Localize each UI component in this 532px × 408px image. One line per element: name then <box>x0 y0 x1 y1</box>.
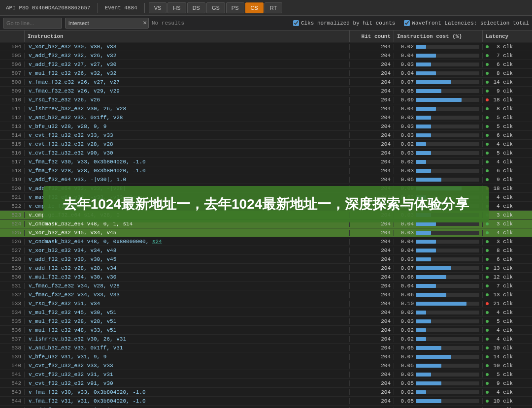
table-row[interactable]: 526v_cndmask_b32_e64 v48, 0, 0x80000000,… <box>0 237 532 246</box>
tab-vs[interactable]: VS <box>149 2 167 13</box>
table-row[interactable]: 545v_add_f32_e64 v33, -|v30|, 1.02040.05… <box>0 406 532 408</box>
row-cost-value: 0.05 <box>397 345 414 351</box>
table-row[interactable]: 521v_max_f32_e64 v34, -v33, -v33 clamp20… <box>0 193 532 202</box>
table-row[interactable]: 532v_fmac_f32_e32 v34, v33, v332040.0613… <box>0 290 532 299</box>
tab-hs[interactable]: HS <box>167 2 186 13</box>
table-row[interactable]: 504v_xor_b32_e32 v30, v30, v332040.023 c… <box>0 42 532 51</box>
table-row[interactable]: 531v_fmac_f32_e32 v34, v28, v282040.047 … <box>0 282 532 290</box>
table-row[interactable]: 519v_add_f32_e64 v33, -|v30|, 1.02040.05… <box>0 175 532 184</box>
table-row[interactable]: 522v_cmp_le_f32_e32 vcc lo, 0, v302040.0… <box>0 202 532 211</box>
table-row[interactable]: 529v_add_f32_e32 v28, v28, v342040.0713 … <box>0 264 532 273</box>
table-row[interactable]: 505v_add_f32_e32 v32, v26, v322040.047 c… <box>0 51 532 60</box>
row-cost-value: 0.06 <box>397 274 414 280</box>
latency-dot-icon <box>486 54 489 57</box>
row-cost-value: 0.04 <box>397 53 414 59</box>
row-cost-value: 0.02 <box>397 336 414 342</box>
cost-bar-wrap <box>416 45 479 49</box>
table-row[interactable]: 511v_lshrrev_b32_e32 v30, 26, v282040.04… <box>0 104 532 113</box>
table-row[interactable]: 524v_cndmask_b32_e64 v48, 0, 1, s142040.… <box>0 220 532 228</box>
table-row[interactable]: 542v_cvt_f32_u32_e32 v91, v302040.059 cl… <box>0 379 532 388</box>
goto-input[interactable] <box>3 18 62 29</box>
table-row[interactable]: 510v_rsq_f32_e32 v26, v262040.0918 clk <box>0 95 532 104</box>
table-row[interactable]: 537v_lshrrev_b32_e32 v30, 26, v312040.02… <box>0 335 532 344</box>
cost-bar <box>416 169 431 173</box>
latency-value: 4 clk <box>491 230 513 236</box>
table-row[interactable]: 539v_bfe_u32 v31, v31, 9, 92040.0714 clk <box>0 352 532 361</box>
table-row[interactable]: 527v_xor_b32_e32 v34, v34, v482040.048 c… <box>0 246 532 255</box>
latency-dot-icon <box>486 400 489 403</box>
table-row[interactable]: 513v_bfe_u32 v28, v28, 9, 92040.035 clk <box>0 122 532 131</box>
row-hit-count: 204 <box>350 301 394 307</box>
clks-normalized-checkbox[interactable] <box>293 20 299 26</box>
tab-rt[interactable]: RT <box>265 2 282 13</box>
table-row[interactable]: 528v_add_f32_e32 v30, v30, v452040.036 c… <box>0 255 532 264</box>
row-instruction-link[interactable]: s24 <box>152 239 162 245</box>
row-hit-count: 204 <box>350 363 394 369</box>
cost-bar-wrap <box>416 373 479 377</box>
searchbar: ✕ No results Clks normalized by hit coun… <box>0 16 532 31</box>
row-line-number: 530 <box>0 274 25 280</box>
table-row[interactable]: 520v_add_f32_e64 v33, v33, -|v28|2040.09… <box>0 184 532 193</box>
table-row[interactable]: 518v_fma_f32 v28, v28, 0x3b804020, -1.02… <box>0 166 532 175</box>
row-instruction-cost: 0.03 <box>394 132 483 138</box>
wavefront-checkbox[interactable] <box>404 20 410 26</box>
table-row[interactable]: 530v_mul_f32_e32 v34, v30, v302040.0612 … <box>0 273 532 282</box>
wavefront-checkbox-label[interactable]: Wavefront Latencies: selection total <box>404 20 529 26</box>
latency-dot-icon <box>486 267 489 270</box>
table-row[interactable]: 525v_xor_b32_e32 v45, v34, v452040.034 c… <box>0 228 532 237</box>
row-cost-value: 0.05 <box>397 398 414 404</box>
cost-bar <box>416 364 441 368</box>
table-row[interactable]: 512v_and_b32_e32 v33, 0x1ff, v282040.035… <box>0 113 532 122</box>
latency-value: 6 clk <box>491 256 513 262</box>
cost-bar <box>416 337 426 341</box>
latency-dot-icon <box>486 355 489 358</box>
table-row[interactable]: 533v_rsq_f32_e32 v51, v342040.1021 clk <box>0 299 532 308</box>
table-row[interactable]: 541v_cvt_f32_u32_e32 v31, v312040.035 cl… <box>0 370 532 379</box>
row-cost-value: 0.05 <box>397 380 414 386</box>
separator-2 <box>144 3 145 13</box>
col-header-latency: Latency <box>483 31 532 42</box>
table-row[interactable]: 506v_add_f32_e32 v27, v27, v302040.036 c… <box>0 60 532 69</box>
tab-ds[interactable]: DS <box>187 2 205 13</box>
clks-normalized-checkbox-label[interactable]: Clks normalized by hit counts <box>293 20 395 26</box>
cost-bar <box>416 222 436 226</box>
latency-dot-icon <box>486 196 489 199</box>
table-row[interactable]: 543v_fma_f32 v30, v33, 0x3b804020, -1.02… <box>0 388 532 397</box>
table-row[interactable]: 544v_fma_f32 v31, v31, 0x3b804020, -1.02… <box>0 397 532 406</box>
table-row[interactable]: 534v_mul_f32_e32 v45, v30, v512040.024 c… <box>0 308 532 317</box>
tab-ps[interactable]: PS <box>226 2 244 13</box>
row-instruction-cost: 0.05 <box>394 177 483 183</box>
cost-bar <box>416 116 431 120</box>
row-latency: 10 clk <box>483 363 532 369</box>
row-line-number: 514 <box>0 132 25 138</box>
row-hit-count: 204 <box>350 150 394 156</box>
row-instruction-cost: 0.02 <box>394 336 483 342</box>
table-row[interactable]: 536v_mul_f32_e32 v48, v33, v512040.024 c… <box>0 326 532 335</box>
tab-gs[interactable]: GS <box>206 2 225 13</box>
table-row[interactable]: 514v_cvt_f32_u32_e32 v33, v332040.036 cl… <box>0 131 532 140</box>
table-row[interactable]: 523v_cmp_ge_f32_e64 s14, v28, 02040.033 … <box>0 211 532 220</box>
table-row[interactable]: 535v_mul_f32_e32 v28, v28, v512040.035 c… <box>0 317 532 326</box>
table-row[interactable]: 538v_and_b32_e32 v33, 0x1ff, v312040.051… <box>0 344 532 352</box>
row-cost-value: 0.05 <box>397 363 414 369</box>
table-row[interactable]: 517v_fma_f32 v30, v33, 0x3b804020, -1.02… <box>0 157 532 166</box>
table-row[interactable]: 508v_fmac_f32_e32 v26, v27, v272040.0714… <box>0 78 532 87</box>
cost-bar-wrap <box>416 319 479 323</box>
tab-cs[interactable]: CS <box>245 2 264 13</box>
table-row[interactable]: 515v_cvt_f32_u32_e32 v28, v282040.024 cl… <box>0 140 532 149</box>
row-line-number: 510 <box>0 97 25 103</box>
latency-dot-icon <box>486 231 489 234</box>
table-row[interactable]: 509v_fmac_f32_e32 v26, v29, v292040.059 … <box>0 87 532 95</box>
table-row[interactable]: 507v_mul_f32_e32 v26, v32, v322040.048 c… <box>0 69 532 78</box>
latency-value: 7 clk <box>491 283 513 289</box>
row-line-number: 535 <box>0 318 25 324</box>
row-instruction: v_add_f32_e32 v28, v28, v34 <box>25 265 350 271</box>
search-clear-button[interactable]: ✕ <box>143 20 147 26</box>
row-line-number: 532 <box>0 292 25 298</box>
cost-bar <box>416 204 426 208</box>
search-input[interactable] <box>65 18 149 29</box>
table-row[interactable]: 540v_cvt_f32_u32_e32 v33, v332040.0510 c… <box>0 361 532 370</box>
cost-bar-wrap <box>416 328 479 332</box>
table-row[interactable]: 516v_cvt_f32_u32_e32 v90, v302040.035 cl… <box>0 149 532 157</box>
row-cost-value: 0.04 <box>397 70 414 76</box>
